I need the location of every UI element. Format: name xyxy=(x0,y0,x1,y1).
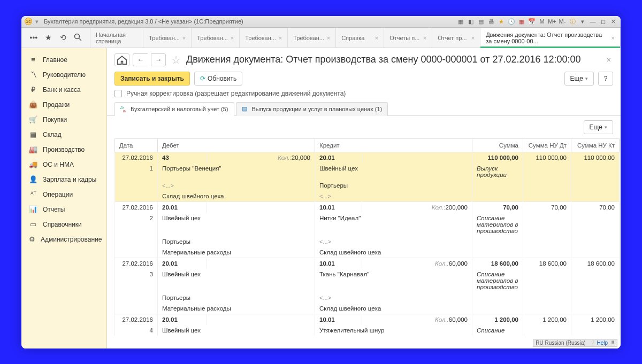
top-tab[interactable]: Отчеты п...× xyxy=(384,28,432,48)
sidebar-item-person[interactable]: 👤Зарплата и кадры xyxy=(21,172,106,187)
sidebar-item-book[interactable]: ▭Справочники xyxy=(21,217,106,232)
col-date[interactable]: Дата xyxy=(115,138,158,152)
tab-close-icon[interactable]: × xyxy=(231,35,234,41)
top-tab[interactable]: Требован...× xyxy=(240,28,288,48)
top-tab[interactable]: Справка× xyxy=(336,28,384,48)
person-icon: 👤 xyxy=(29,175,37,184)
sidebar-item-ops[interactable]: ᴬᵀОперации xyxy=(21,187,106,202)
table-row[interactable]: 27.02.2016 20.01 10.01 Кол.:60,000 18 60… xyxy=(115,258,620,269)
manual-correction-checkbox[interactable] xyxy=(114,90,122,97)
table-row[interactable]: 27.02.2016 20.01 10.01 Кол.:200,000 70,0… xyxy=(115,202,620,213)
info-icon[interactable]: ⓘ xyxy=(568,17,577,26)
tab-close-icon[interactable]: × xyxy=(182,35,186,41)
tool-icon[interactable]: ▦ xyxy=(456,17,465,26)
table-subrow[interactable]: 3 Швейный цех Ткань "Карнавал" Списание … xyxy=(115,269,620,292)
svg-text:Дт: Дт xyxy=(120,106,124,109)
tab-close-icon[interactable]: × xyxy=(612,35,615,41)
boxes-icon: ▦ xyxy=(29,130,37,139)
calc-icon[interactable]: ▦ xyxy=(517,17,526,26)
sidebar-item-truck[interactable]: 🚚ОС и НМА xyxy=(21,157,106,172)
sidebar-item-label: Операции xyxy=(43,191,73,198)
top-tab[interactable]: Начальная страница xyxy=(90,28,143,48)
top-tab[interactable]: Требован...× xyxy=(288,28,336,48)
col-credit[interactable]: Кредит xyxy=(315,138,472,152)
table-subrow[interactable]: 2 Швейный цех Нитки "Идеал" Списание мат… xyxy=(115,213,620,236)
table-subrow[interactable]: 4 Швейный цех Утяжелительный шнур Списан… xyxy=(115,325,620,336)
back-button[interactable]: ← xyxy=(133,53,148,66)
tool-icon[interactable]: ▤ xyxy=(477,17,485,26)
table-subrow[interactable]: Портьеры <...> xyxy=(115,292,620,303)
dropdown-icon[interactable]: ▾ xyxy=(578,17,587,26)
tab-close-icon[interactable]: × xyxy=(327,35,330,41)
favorite-icon[interactable]: ☆ xyxy=(169,53,183,66)
refresh-icon: ⟳ xyxy=(200,75,205,82)
factory-icon: 🏭 xyxy=(29,145,37,154)
svg-text:Кт: Кт xyxy=(123,110,126,113)
col-nu-kt[interactable]: Сумма НУ Кт xyxy=(571,138,620,152)
m-button[interactable]: M xyxy=(538,17,546,26)
home-button[interactable] xyxy=(114,53,129,66)
star-icon[interactable]: ★ xyxy=(44,33,52,42)
sidebar-item-ruble[interactable]: ₽Банк и касса xyxy=(21,82,106,97)
maximize-icon[interactable]: ◻ xyxy=(599,17,607,26)
table-subrow[interactable]: Материальные расходы Склад швейного цеха xyxy=(115,247,620,258)
sidebar-item-bag[interactable]: 👜Продажи xyxy=(21,97,106,112)
tool-icon[interactable]: 🕓 xyxy=(507,17,516,26)
minimize-icon[interactable]: — xyxy=(588,17,597,26)
tab-close-icon[interactable]: × xyxy=(375,35,378,41)
table-subrow[interactable]: Склад швейного цеха <...> xyxy=(115,191,620,202)
top-tab[interactable]: Требован...× xyxy=(192,28,240,48)
table-subrow[interactable]: Портьеры <...> xyxy=(115,236,620,247)
sidebar-item-gear[interactable]: ⚙Администрирование xyxy=(21,232,106,247)
tab-close-icon[interactable]: × xyxy=(471,35,475,41)
sidebar-item-factory[interactable]: 🏭Производство xyxy=(21,142,106,157)
sidebar-item-chart[interactable]: 〽Руководителю xyxy=(21,67,106,82)
sidebar-item-boxes[interactable]: ▦Склад xyxy=(21,127,106,142)
tab-label: Требован... xyxy=(149,35,180,41)
table-subrow[interactable]: Материальные расходы Склад швейного цеха xyxy=(115,303,620,314)
more-button[interactable]: Еще xyxy=(564,72,594,86)
table-subrow[interactable]: <...> Портьеры xyxy=(115,180,620,191)
close-page-icon[interactable]: × xyxy=(605,56,613,64)
tool-icon[interactable]: ◧ xyxy=(467,17,475,26)
tab-close-icon[interactable]: × xyxy=(423,35,426,41)
refresh-button[interactable]: ⟳Обновить xyxy=(194,72,242,86)
star-icon[interactable]: ★ xyxy=(497,17,506,26)
apps-icon[interactable]: ⦁⦁⦁ xyxy=(29,33,37,42)
movements-table[interactable]: Дата Дебет Кредит Сумма Сумма НУ Дт Сумм… xyxy=(107,138,621,348)
subtab-output[interactable]: ▤ Выпуск продукции и услуг в плановых це… xyxy=(236,102,388,116)
m-minus-button[interactable]: M- xyxy=(558,17,567,26)
sidebar-item-label: Склад xyxy=(43,131,62,138)
table-more-button[interactable]: Еще xyxy=(584,120,613,134)
col-debit[interactable]: Дебет xyxy=(158,138,315,152)
help-link[interactable]: ❔ Help xyxy=(589,340,608,346)
save-close-button[interactable]: Записать и закрыть xyxy=(114,72,190,86)
sidebar-item-label: Производство xyxy=(43,146,85,153)
search-icon[interactable] xyxy=(74,33,82,42)
calendar-icon[interactable]: 📅 xyxy=(528,17,536,26)
tab-close-icon[interactable]: × xyxy=(279,35,282,41)
resize-grip-icon[interactable]: ⠿ xyxy=(611,340,615,346)
tool-icon[interactable]: 🖶 xyxy=(487,17,495,26)
help-button[interactable]: ? xyxy=(598,72,613,86)
table-row[interactable]: 27.02.2016 43 Кол.:20,000 20.01 110 000,… xyxy=(115,152,620,163)
history-icon[interactable]: ⟲ xyxy=(59,33,67,42)
dropdown-icon[interactable]: ▾ xyxy=(33,18,41,25)
m-plus-button[interactable]: M+ xyxy=(548,17,556,26)
tab-label: Справка xyxy=(341,35,373,41)
top-tab[interactable]: Требован...× xyxy=(143,28,192,48)
table-row[interactable]: 27.02.2016 20.01 10.01 Кол.:60,000 1 200… xyxy=(115,314,620,325)
sidebar-item-cart[interactable]: 🛒Покупки xyxy=(21,112,106,127)
table-subrow[interactable]: 1 Портьеры "Венеция" Швейный цех Выпуск … xyxy=(115,163,620,180)
close-icon[interactable]: ✕ xyxy=(609,17,617,26)
language-indicator[interactable]: RU Russian (Russia) xyxy=(536,340,585,346)
sidebar-item-label: Отчеты xyxy=(43,206,65,213)
subtab-accounting[interactable]: ДтКт Бухгалтерский и налоговый учет (5) xyxy=(114,102,234,116)
col-sum[interactable]: Сумма xyxy=(472,138,523,152)
forward-button[interactable]: → xyxy=(151,53,166,66)
top-tab[interactable]: Отчет пр...× xyxy=(432,28,480,48)
sidebar-item-bars[interactable]: 📊Отчеты xyxy=(21,202,106,217)
col-nu-dt[interactable]: Сумма НУ Дт xyxy=(523,138,571,152)
top-tab[interactable]: Движения документа: Отчет производства з… xyxy=(480,28,621,48)
sidebar-item-menu[interactable]: ≡Главное xyxy=(21,52,106,67)
